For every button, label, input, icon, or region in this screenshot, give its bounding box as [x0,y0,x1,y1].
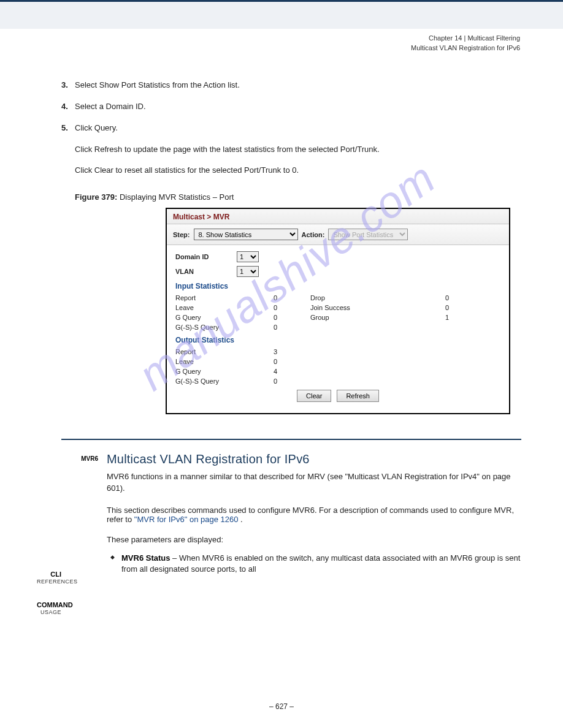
step-5: 5.Click Query. [61,123,521,134]
content: 3.Select Show Port Statistics from the A… [61,80,521,578]
in-report-value: 0 [274,294,310,301]
out-report-value: 3 [274,348,310,355]
in-drop-label: Drop [310,294,445,301]
action-select[interactable]: Show Port Statistics [328,229,408,240]
step-5-num: 5. [61,123,75,134]
out-gquery-value: 4 [274,368,310,375]
action-label: Action: [302,231,325,238]
out-gss-value: 0 [274,377,310,385]
domain-row: Domain ID 1 [175,251,500,262]
out-report-label: Report [175,348,274,355]
vlan-row: VLAN 1 [175,266,500,277]
section-rule [61,439,521,440]
cli-suffix: . [240,515,243,524]
step-5-clear: Click Clear to reset all statistics for … [61,165,521,176]
chapter-name: Multicast Filtering [467,34,520,42]
step-3-num: 3. [61,80,75,91]
ui-title: Multicast > MVR [167,209,509,224]
in-join-value: 0 [445,304,476,311]
bullet-1-text: – When MVR6 is enabled on the switch, an… [121,553,520,574]
top-band [0,2,563,29]
out-leave-value: 0 [274,358,310,365]
bullet-1: MVR6 Status – When MVR6 is enabled on th… [107,553,521,575]
domain-select[interactable]: 1 [237,251,259,262]
button-row: Clear Refresh [175,385,500,408]
ui-panel: Domain ID 1 VLAN 1 Input Statistics Repo… [167,245,509,413]
cli-references: This section describes commands used to … [107,506,521,524]
header-section: Multicast VLAN Registration for IPv6 [411,44,520,51]
command-usage-heading: These parameters are displayed: [107,535,521,544]
figure-caption: Figure 379: Displaying MVR Statistics – … [61,192,521,202]
page-footer: – 627 – [269,702,294,711]
refresh-button[interactable]: Refresh [337,390,379,402]
output-grid: Report 3 Leave 0 G Query 4 G(-S)-S Query… [175,348,500,385]
step-label: Step: [173,231,190,238]
input-grid: Report 0 Drop 0 Leave 0 Join Success 0 G… [175,294,500,331]
vlan-select[interactable]: 1 [237,266,259,277]
in-group-label: Group [310,314,445,321]
vlan-label: VLAN [175,268,237,275]
in-gquery-label: G Query [175,314,274,321]
in-gss-value: 0 [274,324,310,331]
screenshot-panel: Multicast > MVR Step: 8. Show Statistics… [166,208,510,414]
in-leave-value: 0 [274,304,310,311]
step-4: 4.Select a Domain ID. [61,101,521,113]
step-5-refresh: Click Refresh to update the page with th… [61,144,521,156]
in-gss-label: G(-S)-S Query [175,324,274,331]
chapter: Chapter 14 [429,34,462,42]
step-4-text: Select a Domain ID. [75,102,146,111]
step-5-text: Click Query. [75,123,118,132]
margin-tab: CLI REFERENCES COMMAND USAGE [37,570,61,616]
clear-button[interactable]: Clear [297,390,331,402]
chapter-label: Chapter 14 | Multicast Filtering [429,34,520,42]
out-gquery-label: G Query [175,368,274,375]
figure-label: Figure 379: [75,192,117,202]
out-gss-label: G(-S)-S Query [175,377,274,385]
in-report-label: Report [175,294,274,301]
step-3-text: Select Show Port Statistics from the Act… [75,80,240,89]
output-heading: Output Statistics [175,336,500,344]
step-4-num: 4. [61,101,75,113]
step-3: 3.Select Show Port Statistics from the A… [61,80,521,91]
out-leave-label: Leave [175,358,274,365]
figure-text: Displaying MVR Statistics – Port [120,192,234,202]
in-drop-value: 0 [445,294,476,301]
in-leave-label: Leave [175,304,274,311]
bullet-1-strong: MVR6 Status [121,553,170,563]
subsection-title: Multicast VLAN Registration for IPv6 [107,452,521,466]
side-tab-mvr6: MVR6 [61,455,98,463]
in-join-label: Join Success [310,304,445,311]
in-gquery-value: 0 [274,314,310,321]
ui-controlbar: Step: 8. Show Statistics Action: Show Po… [167,224,509,245]
cli-link[interactable]: "MVR for IPv6" on page 1260 [134,515,239,524]
input-heading: Input Statistics [175,282,500,290]
domain-label: Domain ID [175,253,237,260]
in-group-value: 1 [445,314,476,321]
subsection-intro: MVR6 functions in a manner similar to th… [107,471,521,495]
step-select[interactable]: 8. Show Statistics [194,229,298,240]
bullets: MVR6 Status – When MVR6 is enabled on th… [107,553,521,575]
